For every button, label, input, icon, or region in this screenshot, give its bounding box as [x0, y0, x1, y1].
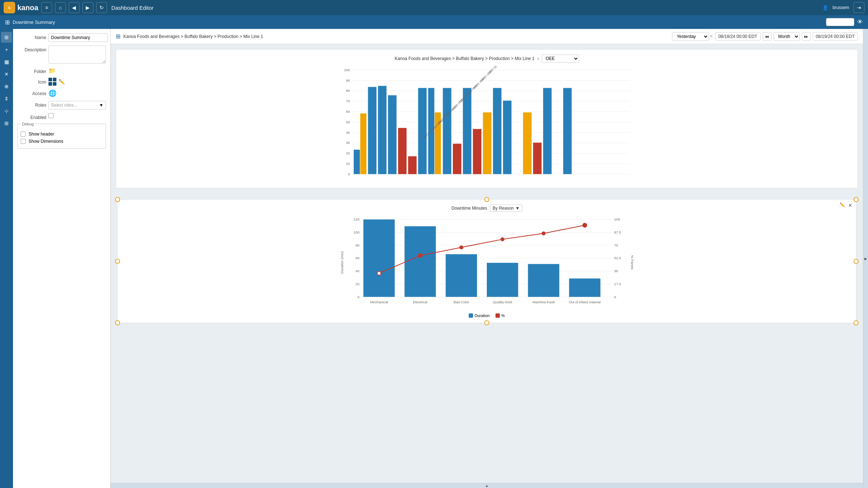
svg-text:40: 40: [346, 130, 350, 134]
breadcrumb-bar: ⊞ Kanoa Foods and Beverages > Buffalo Ba…: [111, 29, 863, 44]
description-input[interactable]: [48, 46, 106, 64]
show-header-row: Show header: [21, 132, 103, 137]
svg-text:% Pareto: % Pareto: [630, 255, 634, 270]
chart1-title-bar: Kanoa Foods and Beverages > Buffalo Bake…: [121, 55, 852, 63]
icon-grid-preview[interactable]: [48, 78, 56, 86]
sidebar-item-sliders[interactable]: ⊹: [1, 106, 12, 116]
chart2-title-bar: Downtime Minutes By Reason ▼: [123, 205, 851, 212]
svg-rect-31: [418, 88, 426, 174]
top-nav: k kanoa ≡ ⌂ ◀ ▶ ↻ Dashboard Editor 👤 bru…: [0, 0, 868, 15]
chart1-wrap: 100 90 80 70 60 50 40 30 20 10 0: [121, 66, 852, 183]
enabled-checkbox[interactable]: [48, 113, 54, 118]
back-button[interactable]: ◀: [69, 2, 80, 13]
home-button[interactable]: ⌂: [55, 2, 66, 13]
svg-point-97: [460, 246, 463, 249]
name-input[interactable]: Downtime Summary: [48, 33, 108, 42]
main-layout: ⊞ + ▦ ✕ ⊕ ⇕ ⊹ ⊞ Name Downtime Summary De…: [0, 29, 868, 488]
refresh-button[interactable]: ↻: [96, 2, 107, 13]
legend-percent-color: [495, 313, 500, 318]
handle-br[interactable]: [854, 320, 859, 325]
legend-percent-label: %: [501, 313, 505, 318]
user-icon: 👤: [822, 5, 828, 10]
chart2-edit-button[interactable]: ✏️: [840, 202, 845, 207]
globe-icon[interactable]: 🌐: [48, 89, 56, 97]
svg-text:70: 70: [614, 243, 618, 247]
start-date: 08/18/24 00:00 EDT: [715, 33, 760, 40]
svg-text:Electrical: Electrical: [413, 300, 427, 304]
chart2-legend: Duration %: [123, 313, 851, 318]
handle-bc[interactable]: [484, 320, 489, 325]
chart1-svg: 100 90 80 70 60 50 40 30 20 10 0: [121, 66, 852, 182]
sub-header: ⊞ Downtime Summary Desktop ▼ 👁: [0, 15, 868, 29]
sidebar-item-add[interactable]: +: [1, 44, 12, 55]
period-end-button[interactable]: ⏭: [802, 32, 810, 41]
legend-percent: %: [495, 313, 505, 318]
breadcrumb-icon: ⊞: [116, 33, 120, 40]
nav-right: 👤 brussem ⇥: [822, 2, 864, 13]
chart2-close-button[interactable]: ✕: [848, 202, 852, 208]
preview-button[interactable]: 👁: [857, 19, 863, 25]
roles-select[interactable]: Select roles... ▼: [48, 101, 106, 110]
svg-rect-44: [563, 88, 571, 174]
svg-text:Bad Color: Bad Color: [454, 300, 469, 304]
sidebar-item-adjust[interactable]: ⇕: [1, 93, 12, 104]
settings-panel: Name Downtime Summary Description Folder…: [13, 29, 111, 488]
svg-text:Out of infeed material: Out of infeed material: [569, 300, 601, 304]
handle-tl[interactable]: [115, 197, 120, 202]
icon-label: Icon: [17, 78, 46, 85]
by-reason-select[interactable]: By Reason ▼: [490, 205, 522, 212]
handle-mr[interactable]: [854, 259, 859, 264]
folder-label: Folder: [17, 67, 46, 74]
chevron-down-icon: ▼: [847, 20, 851, 25]
svg-text:0: 0: [614, 295, 616, 299]
svg-text:60: 60: [356, 256, 359, 260]
login-button[interactable]: ⇥: [854, 2, 864, 13]
svg-text:08/18 13:00: 08/18 13:00: [494, 66, 507, 68]
sidebar-item-user-add[interactable]: ⊕: [1, 81, 12, 92]
chart1-metric-select[interactable]: OEE Availability Performance: [542, 55, 579, 63]
sidebar-item-users[interactable]: ⊞: [1, 118, 12, 129]
svg-text:50: 50: [346, 120, 350, 124]
svg-rect-39: [493, 88, 501, 174]
svg-text:30: 30: [346, 141, 350, 145]
period-select[interactable]: Month Day Week: [774, 32, 800, 41]
svg-rect-89: [363, 219, 395, 297]
svg-text:Mechanical: Mechanical: [370, 300, 388, 304]
name-label: Name: [17, 33, 46, 40]
handle-ml[interactable]: [115, 259, 120, 264]
svg-rect-94: [569, 278, 601, 297]
legend-duration-color: [469, 313, 473, 318]
menu-button[interactable]: ≡: [41, 2, 52, 13]
period-start-button[interactable]: ⏮: [763, 32, 771, 41]
desktop-select[interactable]: Desktop ▼: [826, 18, 854, 26]
sidebar-item-delete[interactable]: ✕: [1, 69, 12, 80]
enabled-row: Enabled: [17, 113, 106, 120]
right-collapse-button[interactable]: ▶: [863, 29, 868, 488]
forward-button[interactable]: ▶: [82, 2, 93, 13]
show-dimensions-checkbox[interactable]: [21, 139, 26, 144]
svg-text:17.5: 17.5: [614, 282, 621, 286]
sidebar-item-grid[interactable]: ▦: [1, 56, 12, 67]
svg-text:120: 120: [354, 217, 360, 221]
svg-text:60: 60: [346, 110, 350, 114]
show-header-checkbox[interactable]: [21, 132, 26, 137]
date-preset-select[interactable]: Yesterday Today Last 7 Days: [672, 32, 709, 41]
handle-tr[interactable]: [854, 197, 859, 202]
svg-rect-42: [533, 143, 541, 174]
svg-text:100: 100: [344, 68, 350, 72]
sidebar-item-properties[interactable]: ⊞: [1, 32, 12, 43]
handle-bl[interactable]: [115, 320, 120, 325]
icon-edit-button[interactable]: ✏️: [59, 79, 65, 85]
svg-rect-24: [354, 150, 360, 174]
svg-text:80: 80: [346, 89, 350, 93]
bottom-collapse-button[interactable]: ▲: [111, 483, 863, 488]
clear-date-button[interactable]: ✕: [710, 34, 713, 39]
svg-text:0: 0: [348, 172, 350, 176]
desktop-label: Desktop: [829, 20, 845, 25]
handle-tc[interactable]: [484, 197, 489, 202]
svg-text:20: 20: [356, 282, 359, 286]
chart2-container: ✏️ ✕ Downtime Minutes By Reason ▼: [117, 199, 856, 323]
roles-row: Roles Select roles... ▼: [17, 101, 106, 110]
show-dimensions-label: Show Dimensions: [29, 139, 63, 144]
svg-rect-91: [446, 254, 477, 297]
